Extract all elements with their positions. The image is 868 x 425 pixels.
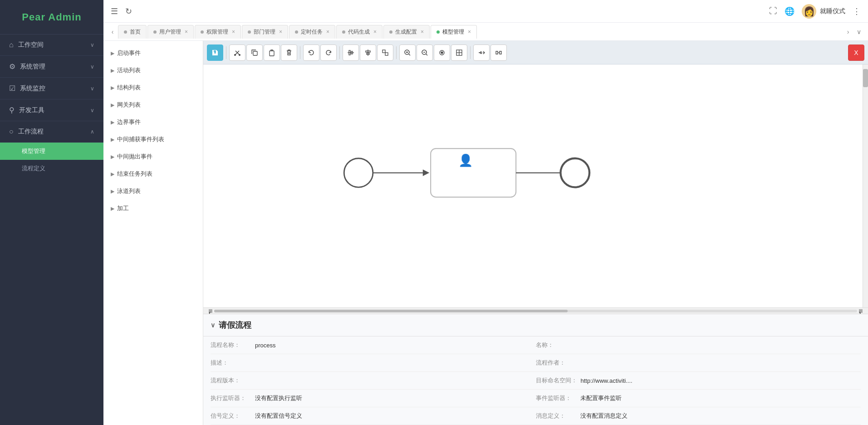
tab-perm-mgmt[interactable]: 权限管理 × (195, 25, 241, 39)
sidebar-item-sys-monitor[interactable]: ☑ 系统监控 ∨ (0, 78, 103, 99)
redo-button[interactable] (320, 44, 337, 61)
tab-close-genconfig[interactable]: × (421, 29, 424, 35)
copy-button[interactable] (246, 44, 263, 61)
element-end-task-list[interactable]: ▶ 结束任务列表 (103, 165, 203, 183)
tab-user-mgmt[interactable]: 用户管理 × (147, 25, 194, 39)
sidebar-item-workspace[interactable]: ⌂ 工作空间 ∨ (0, 35, 103, 56)
paste-button[interactable] (264, 44, 280, 61)
header-left: ☰ ↻ (111, 6, 132, 16)
end-event-shape[interactable] (560, 158, 589, 188)
user-avatar-area[interactable]: 👩 就睡仪式 (802, 4, 845, 19)
flow1-button[interactable] (473, 44, 490, 61)
tab-close-model[interactable]: × (468, 29, 471, 35)
align-h-button[interactable] (343, 44, 359, 61)
tab-dot-dept (248, 30, 251, 34)
element-arrow-lane: ▶ (111, 188, 114, 194)
element-arrow-process: ▶ (111, 206, 114, 212)
sys-monitor-icon: ☑ (9, 84, 15, 93)
tab-dept-mgmt[interactable]: 部门管理 × (242, 25, 288, 39)
flow2-button[interactable] (490, 44, 507, 61)
refresh-icon[interactable]: ↻ (125, 6, 132, 16)
element-boundary-event[interactable]: ▶ 边界事件 (103, 114, 203, 131)
globe-icon[interactable]: 🌐 (785, 6, 794, 16)
element-catch-event-list[interactable]: ▶ 中间捕获事件列表 (103, 131, 203, 148)
tab-close-perm[interactable]: × (232, 29, 235, 35)
element-throw-event[interactable]: ▶ 中间抛出事件 (103, 148, 203, 165)
tab-close-sched[interactable]: × (326, 29, 329, 35)
tab-close-user[interactable]: × (185, 29, 188, 35)
sidebar-item-sys-mgmt[interactable]: ⚙ 系统管理 ∨ (0, 56, 103, 78)
properties-title: ∨ 请假流程 (203, 314, 868, 336)
sidebar-item-model-mgmt[interactable]: 模型管理 (0, 143, 103, 160)
tab-next-button[interactable]: › (843, 23, 853, 41)
sys-mgmt-chevron: ∨ (90, 64, 94, 70)
hscroll-right[interactable]: › (859, 309, 863, 313)
props-row-event-listener: 事件监听器： 未配置事件监听 (536, 390, 861, 407)
svg-rect-2 (253, 51, 257, 55)
props-row-signal: 信号定义： 没有配置信号定义 (211, 407, 536, 425)
sidebar-item-flow-def[interactable]: 流程定义 (0, 160, 103, 177)
align-v-button[interactable] (360, 44, 376, 61)
close-button[interactable]: X (848, 44, 864, 61)
tab-prev-button[interactable]: ‹ (107, 23, 118, 41)
cut-button[interactable] (229, 44, 245, 61)
props-chevron: ∨ (211, 321, 215, 329)
diagram-wrapper: 👤 (203, 64, 868, 307)
tab-dot-home (124, 30, 127, 34)
element-arrow-start: ▶ (111, 50, 114, 56)
tab-dot-perm (201, 30, 204, 34)
tab-close-dept[interactable]: × (279, 29, 282, 35)
zoom-in-button[interactable] (399, 44, 416, 61)
props-row-author: 流程作者： (536, 354, 861, 372)
task-node[interactable] (431, 148, 516, 197)
element-panel: ▶ 启动事件 ▶ 活动列表 ▶ 结构列表 ▶ 网关列表 ▶ 边界事件 ▶ 中间捕… (103, 41, 203, 425)
diagram-svg: 👤 (203, 64, 868, 307)
zoom-out-button[interactable] (417, 44, 433, 61)
resize-button[interactable] (377, 44, 393, 61)
tab-model-mgmt[interactable]: 模型管理 × (431, 25, 477, 39)
element-gateway-list[interactable]: ▶ 网关列表 (103, 96, 203, 114)
props-value-signal: 没有配置信号定义 (255, 412, 302, 420)
hscroll[interactable]: ‹ › (203, 307, 868, 314)
element-arrow-throw: ▶ (111, 154, 114, 160)
tab-gen-config[interactable]: 生成配置 × (383, 25, 430, 39)
sidebar-item-workflow[interactable]: ○ 工作流程 ∧ (0, 121, 103, 143)
avatar: 👩 (802, 4, 816, 19)
element-structure-list[interactable]: ▶ 结构列表 (103, 79, 203, 96)
dev-tools-label: 开发工具 (19, 106, 44, 114)
fullscreen-icon[interactable]: ⛶ (769, 6, 777, 16)
more-menu-icon[interactable]: ⋮ (853, 6, 861, 16)
workspace-label: 工作空间 (18, 41, 44, 49)
tab-codegen[interactable]: 代码生成 × (336, 25, 383, 39)
props-label-procname: 流程名称： (211, 341, 251, 349)
main-content: ☰ ↻ ⛶ 🌐 👩 就睡仪式 ⋮ ‹ 首页 用户管理 (103, 0, 868, 425)
undo-button[interactable] (303, 44, 319, 61)
svg-rect-3 (270, 51, 274, 56)
element-lane-list[interactable]: ▶ 泳道列表 (103, 183, 203, 200)
hscroll-thumb[interactable] (214, 310, 568, 312)
diagram-canvas[interactable]: 👤 (203, 64, 868, 307)
tab-close-codegen[interactable]: × (373, 29, 377, 35)
element-start-event[interactable]: ▶ 启动事件 (103, 44, 203, 62)
element-arrow-structure: ▶ (111, 85, 114, 91)
tab-sched-label: 定时任务 (301, 28, 323, 36)
start-event-shape[interactable] (344, 158, 373, 188)
delete-button[interactable] (281, 44, 297, 61)
hscroll-left[interactable]: ‹ (209, 309, 212, 313)
tab-perm-label: 权限管理 (206, 28, 228, 36)
sys-monitor-label: 系统监控 (20, 84, 45, 93)
tab-scheduled[interactable]: 定时任务 × (289, 25, 335, 39)
element-activity-list[interactable]: ▶ 活动列表 (103, 62, 203, 79)
tab-home[interactable]: 首页 (118, 25, 147, 39)
menu-toggle-icon[interactable]: ☰ (111, 6, 118, 16)
save-button[interactable] (207, 44, 223, 61)
props-label-author: 流程作者： (536, 359, 577, 367)
zoom-fit-button[interactable] (434, 44, 450, 61)
dev-tools-icon: ⚲ (9, 106, 15, 114)
tab-more-button[interactable]: ∨ (853, 23, 864, 41)
zoom-actual-button[interactable] (451, 44, 467, 61)
sidebar-item-dev-tools[interactable]: ⚲ 开发工具 ∨ (0, 99, 103, 121)
props-row-version: 流程版本： (211, 372, 536, 390)
element-process[interactable]: ▶ 加工 (103, 200, 203, 217)
properties-panel: ∨ 请假流程 流程名称： process 名称： (203, 314, 868, 425)
